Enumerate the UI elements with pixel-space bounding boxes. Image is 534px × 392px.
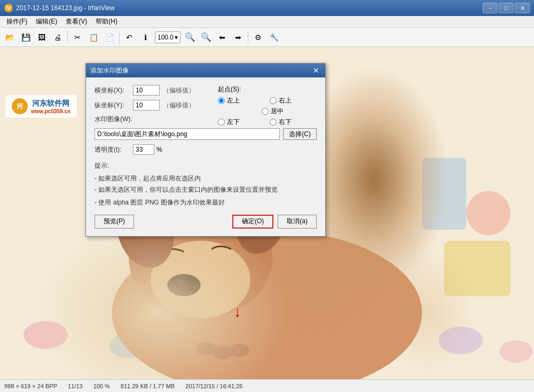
menu-edit[interactable]: 编辑(E) — [32, 16, 61, 27]
cancel-button[interactable]: 取消(a) — [278, 215, 317, 229]
status-bar: 998 × 619 × 24 BPP 11/13 100 % 811.29 KB… — [0, 379, 534, 392]
origin-center-label-row: 居中 — [229, 107, 317, 116]
menu-file[interactable]: 操作(F) — [2, 16, 32, 27]
dialog-body: 横坐标(X): （偏移值） 纵坐标(Y): （偏移值） 起点(S): — [86, 77, 325, 236]
y-label: 纵坐标(Y): — [95, 101, 133, 110]
title-bar: IV 2017-12-15 164123.jpg - IrfanView − □… — [0, 0, 534, 16]
svg-point-7 — [499, 340, 532, 362]
paste-button[interactable]: 📄 — [102, 30, 117, 45]
open-button[interactable]: 📂 — [2, 30, 17, 45]
maximize-button[interactable]: □ — [499, 3, 514, 13]
svg-point-10 — [151, 241, 250, 318]
menu-bar: 操作(F) 编辑(E) 查看(V) 帮助(H) — [0, 16, 534, 28]
main-content: www.jabboes.NET 河 河东软件网 www.pc0359.cn 添加… — [0, 47, 534, 379]
origin-section: 起点(S): 左上 右上 居中 — [218, 85, 317, 127]
undo-button[interactable]: ↶ — [122, 30, 137, 45]
tip-3: - 使用 alpha 图层 PNG 图像作为水印效果最好 — [95, 197, 317, 208]
svg-rect-19 — [444, 241, 511, 296]
svg-point-11 — [167, 274, 200, 296]
x-input[interactable] — [133, 85, 160, 96]
svg-point-4 — [271, 343, 318, 372]
svg-point-17 — [213, 346, 232, 359]
transparency-label: 透明度(t): — [95, 145, 133, 154]
settings-button[interactable]: ⚙ — [250, 30, 265, 45]
svg-point-8 — [112, 230, 422, 379]
svg-point-20 — [466, 191, 511, 236]
cut-button[interactable]: ✂ — [70, 30, 85, 45]
menu-view[interactable]: 查看(V) — [61, 16, 91, 27]
print-button[interactable]: 🖨 — [50, 30, 65, 45]
x-hint: （偏移值） — [163, 86, 195, 95]
origin-radio-top-right[interactable] — [270, 97, 277, 104]
status-frame: 11/13 — [68, 383, 83, 389]
copy-button[interactable]: 📋 — [86, 30, 101, 45]
zoom-control[interactable]: 100.0 ▾ — [155, 32, 180, 43]
choose-file-button[interactable]: 选择(C) — [283, 128, 317, 140]
toolbar-sep3 — [248, 31, 248, 44]
minimize-button[interactable]: − — [483, 3, 498, 13]
x-label: 横坐标(X): — [95, 86, 133, 95]
origin-bottom-right[interactable]: 右下 — [270, 117, 317, 127]
app-logo-overlay: 河 河东软件网 www.pc0359.cn — [5, 95, 77, 117]
confirm-button[interactable]: 确定(O) — [232, 215, 273, 229]
transparency-input[interactable] — [133, 144, 154, 155]
logo-url: www.pc0359.cn — [31, 108, 70, 114]
status-dimensions: 998 × 619 × 24 BPP — [4, 383, 57, 389]
preview-button[interactable]: 预览(P) — [95, 215, 134, 229]
dialog-close-button[interactable]: ✕ — [311, 66, 321, 75]
tips-section: 提示: - 如果选区可用，起点将应用在选区内 - 如果无选区可用，你可以点击主窗… — [95, 160, 317, 208]
origin-radio-bottom-right[interactable] — [270, 119, 277, 126]
dialog-title: 添加水印图像 — [90, 66, 311, 75]
svg-point-1 — [23, 321, 68, 349]
menu-help[interactable]: 帮助(H) — [91, 16, 122, 27]
window-controls: − □ ✕ — [483, 3, 530, 13]
origin-bottom-left[interactable]: 左下 — [218, 117, 265, 127]
origin-top-left-label: 左上 — [227, 96, 240, 105]
tips-title: 提示: — [95, 160, 317, 171]
origin-top-right[interactable]: 右上 — [270, 96, 317, 105]
app-icon: IV — [4, 4, 13, 12]
y-input[interactable] — [133, 100, 160, 111]
transparency-row: 透明度(t): % — [95, 144, 317, 155]
toolbar-sep1 — [67, 31, 68, 44]
origin-center-label: 居中 — [271, 107, 284, 116]
tool-button[interactable]: 🔧 — [266, 30, 281, 45]
tip-2: - 如果无选区可用，你可以点击主窗口内的图像来设置位置并预览 — [95, 184, 317, 195]
origin-radio-bottom-left[interactable] — [218, 119, 225, 126]
svg-point-2 — [109, 334, 148, 358]
svg-point-16 — [196, 342, 216, 356]
svg-point-12 — [177, 279, 186, 285]
tip-1: - 如果选区可用，起点将应用在选区内 — [95, 173, 317, 184]
status-filesize: 811.29 KB / 1.77 MB — [121, 383, 175, 389]
status-zoom: 100 % — [93, 383, 110, 389]
save-button[interactable]: 💾 — [18, 30, 33, 45]
origin-bottom-right-label: 右下 — [279, 117, 292, 127]
dialog-title-bar: 添加水印图像 ✕ — [86, 64, 325, 77]
origin-radio-top-left[interactable] — [218, 97, 225, 104]
properties-button[interactable]: 🖼 — [34, 30, 49, 45]
zoom-in-button[interactable]: 🔍 — [183, 30, 198, 45]
next-button[interactable]: ➡ — [231, 30, 246, 45]
svg-point-15 — [195, 324, 261, 357]
svg-point-3 — [191, 338, 233, 365]
window-title: 2017-12-15 164123.jpg - IrfanView — [16, 4, 483, 12]
zoom-value: 100.0 — [158, 34, 174, 41]
origin-label: 起点(S): — [218, 85, 241, 94]
watermark-dialog: 添加水印图像 ✕ 横坐标(X): （偏移值） 纵坐标(Y): — [85, 63, 326, 237]
dialog-button-row: 预览(P) 确定(O) 取消(a) — [95, 215, 317, 229]
zoom-out-button[interactable]: 🔍 — [199, 30, 214, 45]
toolbar-sep2 — [119, 31, 120, 44]
svg-point-5 — [358, 333, 398, 359]
watermark-label: 水印图像(W): — [95, 115, 133, 124]
origin-top-left[interactable]: 左上 — [218, 96, 265, 105]
origin-radio-center[interactable] — [262, 108, 269, 115]
close-button[interactable]: ✕ — [515, 3, 530, 13]
info-button[interactable]: ℹ — [138, 30, 153, 45]
origin-bottom-left-label: 左下 — [227, 117, 240, 127]
transparency-unit: % — [156, 146, 162, 153]
confirm-cancel-group: 确定(O) 取消(a) — [232, 215, 317, 229]
svg-rect-21 — [422, 158, 466, 230]
watermark-path-input[interactable] — [95, 128, 280, 140]
zoom-dropdown-icon[interactable]: ▾ — [175, 34, 178, 41]
prev-button[interactable]: ⬅ — [215, 30, 230, 45]
